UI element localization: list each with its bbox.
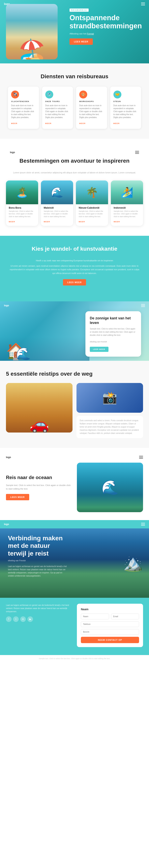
nature-content: Verbinding maken met de natuur terwijl j… xyxy=(8,534,68,581)
tips-title: 5 essentiële reistips over de weg xyxy=(6,371,143,377)
services-title: Diensten van reisbureaus xyxy=(8,73,141,80)
social-icons: f t in ▶ xyxy=(6,616,72,622)
destinations-grid: 🏝️ Bora Bora Sample text. Click to selec… xyxy=(6,181,143,226)
dest-link-2[interactable]: MEER xyxy=(76,221,85,223)
menu-button-ocean[interactable] xyxy=(139,456,143,459)
dest-desc-2: Sample text. Click to select the text bo… xyxy=(76,210,108,218)
nature-desc: Laat uw luigers achteraan en geniet van … xyxy=(8,565,68,578)
ocean-title: Reis naar de oceaan xyxy=(6,474,72,480)
hero-cta-button[interactable]: LEES MEER xyxy=(70,38,93,45)
dest-desc-1: Sample text. Click to select the text bo… xyxy=(41,210,73,218)
menu-button[interactable] xyxy=(141,3,145,5)
art-cta-button[interactable]: LEES MEER xyxy=(63,279,86,285)
twitter-icon[interactable]: t xyxy=(13,616,19,622)
sunny-title: De zonnige kant van het leven xyxy=(90,316,137,325)
menu-button-sunny[interactable] xyxy=(141,304,145,307)
facebook-icon[interactable]: f xyxy=(6,616,11,622)
tip-right-col: 📸 Duis commodo and select a lorem. Porta… xyxy=(76,383,143,438)
service-label-0: VLUCHTENZOEK xyxy=(11,100,36,102)
nature-nav: logo xyxy=(0,520,149,528)
dest-card-borabora: 🏝️ Bora Bora Sample text. Click to selec… xyxy=(6,181,38,226)
service-link-3[interactable]: MEER xyxy=(114,122,120,124)
email-input[interactable] xyxy=(111,614,139,619)
name-input[interactable] xyxy=(81,614,109,619)
hero-badge: REISBUREAU xyxy=(70,8,89,12)
dest-name-3: Indonesië xyxy=(111,204,143,210)
logo-nature: logo xyxy=(4,523,9,526)
service-link-0[interactable]: MEER xyxy=(11,122,18,124)
contact-grid: Laat uw luigers achteraan en geniet van … xyxy=(6,604,143,647)
destinations-title: Bestemmingen om avontuur te inspireren xyxy=(6,158,143,164)
phone-input[interactable] xyxy=(81,621,139,627)
destinations-subtitle: Lorem ipsum dolor sit amet, consectetur … xyxy=(6,171,143,175)
dest-card-indonesie: 🏄 Indonesië Sample text. Click to select… xyxy=(111,181,143,226)
dest-card-maleisie: 🌊 Maleisië Sample text. Click to select … xyxy=(41,181,73,226)
ocean-content: Reis naar de oceaan Sample text. Click t… xyxy=(6,463,143,512)
youtube-icon[interactable]: ▶ xyxy=(27,616,33,622)
contact-text: Laat uw luigers achteraan en geniet van … xyxy=(6,604,72,613)
service-card-steun: 🤝 STEUN Duis aute dum eo irure in repren… xyxy=(110,87,141,129)
menu-button-nature[interactable] xyxy=(141,523,145,526)
services-section: Diensten van reisbureaus ✈️ VLUCHTENZOEK… xyxy=(0,63,149,139)
contact-section: Laat uw luigers achteraan en geniet van … xyxy=(0,598,149,655)
tips-section: 5 essentiële reistips over de weg 🚗 📸 Du… xyxy=(0,361,149,448)
service-card-vluchtenzoek: ✈️ VLUCHTENZOEK Duis aute dum eo irure i… xyxy=(8,87,39,129)
nature-hero: 🏔️ Verbinding maken met de natuur terwij… xyxy=(0,528,149,598)
footer-text: Sample text. Click to select the text bo… xyxy=(39,658,110,659)
menu-button-destinations[interactable] xyxy=(135,151,139,154)
logo-destinations: logo xyxy=(10,151,15,154)
tip-text-block: Duis commodo and select a lorem. Porta c… xyxy=(76,416,143,438)
ocean-section: logo Reis naar de oceaan Sample text. Cl… xyxy=(0,448,149,520)
dest-link-3[interactable]: MEER xyxy=(111,221,120,223)
service-card-workshops: 🎨 WORKSHOPS Duis aute dum eo irure in re… xyxy=(76,87,107,129)
ocean-nav: logo xyxy=(6,456,143,459)
service-desc-0: Duis aute dum eo irure in reprenderit in… xyxy=(11,104,36,119)
hero-section: logo 🏖️ REISBUREAU Ontspannende strandbe… xyxy=(0,0,149,63)
tips-grid: 🚗 📸 Duis commodo and select a lorem. Por… xyxy=(6,383,143,438)
dest-card-caledonje: 🌴 Nieuw-Caledonië Sample text. Click to … xyxy=(76,181,108,226)
dest-link-0[interactable]: MEER xyxy=(6,221,15,223)
sunny-card: De zonnige kant van het leven Sample tex… xyxy=(85,311,141,356)
form-name-email-row xyxy=(81,614,139,619)
service-label-3: STEUN xyxy=(114,100,138,102)
form-title: Naam xyxy=(81,608,139,611)
message-input[interactable] xyxy=(81,629,139,635)
sunny-desc: Sample text. Click to select the text bo… xyxy=(90,327,137,337)
flight-icon: ✈️ xyxy=(11,91,19,98)
service-desc-1: Duis aute dum eo irure in reprenderit in… xyxy=(45,104,70,119)
sunny-subtitle: efeeling van Frevish xyxy=(90,341,107,343)
submit-button[interactable]: NEEM CONTACT OP xyxy=(81,637,139,643)
service-desc-2: Duis aute dum eo irure in reprenderit in… xyxy=(79,104,104,119)
hero-subtitle: #Meeting van het Format xyxy=(70,32,141,35)
tours-icon: 🗺️ xyxy=(45,91,53,98)
instagram-icon[interactable]: in xyxy=(20,616,26,622)
services-grid: ✈️ VLUCHTENZOEK Duis aute dum eo irure i… xyxy=(8,87,141,129)
dest-desc-0: Sample text. Click to select the text bo… xyxy=(6,210,38,218)
hero-content: REISBUREAU Ontspannende strandbestemming… xyxy=(70,8,141,45)
nature-section: logo 🏔️ Verbinding maken met de natuur t… xyxy=(0,520,149,655)
logo-ocean: logo xyxy=(6,456,11,459)
tip-image-left: 🚗 xyxy=(6,383,73,433)
nature-subtitle: efeeling van Frevish xyxy=(8,559,68,562)
tip-image-right: 📸 xyxy=(76,383,143,413)
service-link-1[interactable]: MEER xyxy=(45,122,52,124)
ocean-image: 🌊 xyxy=(77,463,143,512)
dest-link-1[interactable]: MEER xyxy=(41,221,50,223)
ocean-text: Reis naar de oceaan Sample text. Click t… xyxy=(6,474,72,500)
service-link-2[interactable]: MEER xyxy=(79,122,85,124)
logo-sunny: logo xyxy=(4,304,9,307)
ocean-cta-button[interactable]: LEES MEER xyxy=(6,494,29,500)
dest-name-2: Nieuw-Caledonië xyxy=(76,204,108,210)
contact-form: Naam NEEM CONTACT OP xyxy=(77,604,143,647)
sunny-section: 🏠 🌊 De zonnige kant van het leven Sample… xyxy=(0,301,149,361)
art-intro: Heeft u op zoek naar een ontspanning Eur… xyxy=(8,259,141,262)
service-desc-3: Duis aute dum eo irure in reprenderit in… xyxy=(114,104,138,119)
service-label-1: ONZE TOURS xyxy=(45,100,70,102)
art-vacation-section: Kies je wandel- of kunstvakantie Heeft u… xyxy=(0,236,149,301)
dest-name-0: Bora Bora xyxy=(6,204,38,210)
tips-body: Duis commodo and select a lorem. Porta c… xyxy=(80,419,140,435)
hero-title: Ontspannende strandbestemmingen xyxy=(70,14,141,30)
art-title: Kies je wandel- of kunstvakantie xyxy=(8,246,141,252)
workshops-icon: 🎨 xyxy=(79,91,87,98)
sunny-cta-button[interactable]: LEER MEER xyxy=(90,347,108,352)
